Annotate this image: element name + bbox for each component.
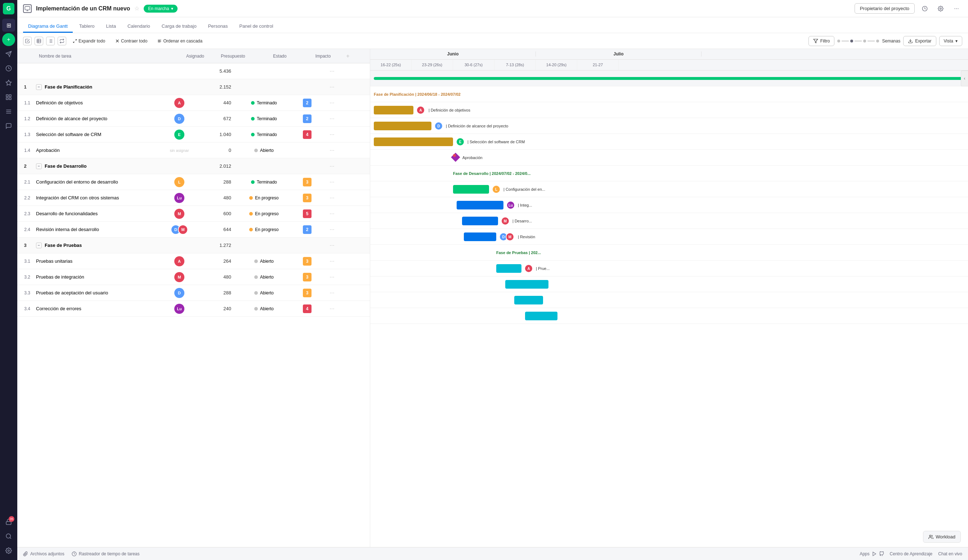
task-1-4-menu[interactable]: ··· [323,147,341,154]
task-3-2-name: Pruebas de integración [33,274,161,280]
sidebar-item-settings-bottom[interactable] [2,544,15,557]
bottom-bar: Archivos adjuntos Rastreador de tiempo d… [17,547,968,560]
task-2-2-menu[interactable]: ··· [323,195,341,201]
task-1-1-menu[interactable]: ··· [323,100,341,106]
collapse-icon-2[interactable]: − [36,164,42,169]
filter-button[interactable]: Filtro [809,36,835,46]
gantt-label-3-1: | Prue... [536,266,550,271]
sidebar-item-chat[interactable] [2,119,15,132]
zoom-dot-active [850,40,853,43]
workload-button[interactable]: Workload [923,531,961,543]
sidebar-item-add[interactable]: + [2,33,15,46]
task-2-4-menu[interactable]: ··· [323,226,341,233]
phase-3-menu[interactable]: ··· [323,242,341,249]
table-row: 3.1 Pruebas unitarias A 264 Abierto 3 ··… [17,253,370,269]
table-row: 1.3 Selección del software de CRM E 1.04… [17,127,370,142]
task-num-3-2: 3.2 [17,274,33,280]
task-3-1-menu[interactable]: ··· [323,258,341,264]
status-dot [251,133,255,136]
gantt-bar-1-2 [374,122,431,130]
sidebar-item-inbox[interactable] [2,48,15,61]
tab-gantt[interactable]: Diagrama de Gantt [23,20,73,33]
sidebar-item-lock[interactable]: 35 [2,515,15,528]
learning-center-button[interactable]: Centro de Aprendizaje [890,551,933,557]
gantt-collapse-arrow[interactable]: ‹ [961,71,968,86]
task-3-2-menu[interactable]: ··· [323,274,341,280]
task-2-3-menu[interactable]: ··· [323,211,341,217]
status-badge[interactable]: En marcha ▾ [144,5,177,13]
table-row: 2.4 Revisión interna del desarrollo D M … [17,222,370,238]
time-tracker-button[interactable]: Rastreador de tiempo de tareas [72,551,140,557]
task-1-3-name: Selección del software de CRM [33,132,161,137]
task-1-4-budget: 0 [197,147,237,153]
project-icon [23,4,31,13]
task-num-1-2: 1.2 [17,116,33,121]
sidebar-item-search-bottom[interactable] [2,530,15,543]
gantt-bar-1-1 [374,106,413,114]
task-3-3-impact: 3 [291,289,323,297]
top-menu[interactable]: ··· [323,68,341,74]
sidebar-item-recent[interactable] [2,62,15,75]
impact-badge: 2 [303,114,312,123]
task-3-4-status: Abierto [237,306,291,311]
app-logo[interactable]: G [3,3,15,15]
checkbox-icon[interactable] [23,37,31,45]
task-3-4-menu[interactable]: ··· [323,306,341,312]
more-menu-icon[interactable]: ··· [951,3,962,15]
cascade-order-button[interactable]: Ordenar en cascada [154,36,206,46]
impact-badge: 3 [303,273,312,281]
task-1-2-menu[interactable]: ··· [323,116,341,122]
avatar: D [174,288,184,298]
phase-num-2: 2 [17,164,33,169]
add-column-button[interactable]: + [339,53,356,59]
tab-personas[interactable]: Personas [203,20,233,33]
task-3-4-assigned: Lu [161,304,197,314]
phase-1-menu[interactable]: ··· [323,84,341,90]
tab-panel[interactable]: Panel de control [234,20,278,33]
sidebar-item-home[interactable]: ⊞ [2,19,15,32]
status-dot [251,117,255,121]
apps-button[interactable]: Apps [860,551,884,557]
task-2-1-menu[interactable]: ··· [323,179,341,185]
tab-tablero[interactable]: Tablero [74,20,100,33]
collapse-icon-1[interactable]: − [36,84,42,90]
svg-rect-13 [25,7,30,10]
collapse-icon-3[interactable]: − [36,243,42,248]
gantt-row-1-1: A | Definición de objetivos [370,102,968,118]
live-chat-button[interactable]: Chat en vivo [938,551,962,557]
svg-rect-4 [9,98,11,100]
sidebar-item-favorites[interactable] [2,76,15,89]
export-button[interactable]: Exportar [903,36,936,46]
zoom-line-2 [855,41,862,41]
gantt-months: Junio Julio [370,49,968,60]
phase-2-menu[interactable]: ··· [323,163,341,170]
gantt-label-2-1: | Configuración del en... [504,187,545,192]
task-3-3-menu[interactable]: ··· [323,290,341,296]
task-1-4-name: Aprobación [33,147,161,153]
sidebar-item-grid[interactable] [2,105,15,118]
attachments-button[interactable]: Archivos adjuntos [23,551,65,557]
tab-lista[interactable]: Lista [101,20,121,33]
table-view-icon[interactable] [35,37,43,45]
task-2-4-assigned: D M [161,225,197,235]
gantt-month-junio: Junio [370,51,536,56]
tab-calendario[interactable]: Calendario [123,20,155,33]
hierarchy-icon[interactable] [58,37,66,45]
task-num-3-4: 3.4 [17,306,33,311]
collapse-all-button[interactable]: ✕ Contraer todo [112,36,151,46]
settings-icon[interactable] [935,3,946,15]
expand-all-button[interactable]: Expandir todo [69,36,109,46]
history-icon[interactable] [919,3,930,15]
owner-button[interactable]: Propietario del proyecto [855,3,915,14]
status-dot [249,228,253,231]
group-icon[interactable] [46,37,55,45]
gantt-avatar-1-1: A [416,106,425,114]
view-button[interactable]: Vista ▾ [939,36,962,46]
zoom-control [837,40,879,43]
task-1-3-menu[interactable]: ··· [323,131,341,138]
sidebar-item-projects[interactable] [2,91,15,104]
tab-carga[interactable]: Carga de trabajo [157,20,202,33]
task-2-3-budget: 600 [197,211,237,216]
star-icon[interactable]: ☆ [134,5,139,12]
gantt-label-1-2: | Definición de alcance del proyecto [446,124,508,128]
